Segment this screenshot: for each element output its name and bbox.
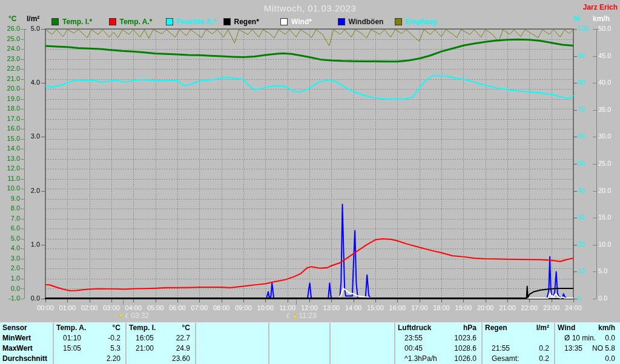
table-row: 23.60 [127,354,195,364]
cell-value: 24.9 [176,343,195,354]
cell-time [269,354,279,364]
table-row [331,354,394,364]
feuchte-swatch-icon [166,18,173,25]
table-column-regen: Regenl/m²21:550.2Gesamt:0.2 [483,323,554,364]
table-row: 21:550.2 [483,343,554,354]
table-row [196,333,268,343]
column-unit [389,323,394,333]
cell-value: 5.3 [110,343,125,354]
cell-value [549,333,554,343]
column-name: Temp. A. [54,323,86,333]
cell-value [263,354,268,364]
table-row-label: MinWert [0,333,53,343]
cell-time [196,354,205,364]
cell-value: -0.2 [108,333,125,343]
cell-time: ^1.3hPa/h [395,354,437,364]
cell-time: 23:55 [395,333,423,343]
cell-value: 2.20 [107,354,125,364]
cell-value: 0.0 [605,354,620,364]
table-row: 16:0522.7 [127,333,195,343]
weather-chart-plot[interactable] [0,0,620,322]
table-row [269,354,329,364]
cell-time [127,354,136,364]
table-row [483,333,554,343]
temp-a-swatch-icon [109,18,116,25]
column-name [196,323,199,333]
table-row: 23:551023.6 [395,333,481,343]
cell-value: 0.2 [539,354,554,364]
cell-time: 01:10 [54,333,81,343]
moon-icon: ☾ [286,313,292,319]
table-row: Ø 10 min.0.0 [555,333,620,343]
table-row: 13:35NO 5.8 [555,343,620,354]
legend-label: Wind* [291,18,312,26]
table-column-luftdruck: LuftdruckhPa23:551023.600:451028.6^1.3hP… [395,323,481,364]
cell-time [269,343,279,354]
cell-value [389,343,394,354]
column-name: Temp. I. [127,323,156,333]
table-column-wind: Windkm/hØ 10 min.0.013:35NO 5.80.0 [555,323,620,364]
column-unit [263,323,268,333]
wind-swatch-icon [280,18,288,25]
watermark-author: Jarz Erich [583,3,618,11]
cell-time: 15:05 [54,343,81,354]
table-row: 2.20 [54,354,125,364]
cell-time: 21:55 [483,343,510,354]
axis-unit-temp: °C [8,15,16,23]
legend-label: Empfang [406,18,437,26]
cell-time: 16:05 [127,333,154,343]
cell-value [325,343,329,354]
weather-day-graph-app: { "header": { "title": "Mittwoch, 01.03.… [0,0,620,364]
legend-item-regen[interactable]: Regen* [223,18,259,25]
legend-item-feuchte[interactable]: Feuchte A.* [166,18,217,25]
table-row [331,333,394,343]
cell-time [555,354,564,364]
table-row: 15:055.3 [54,343,125,354]
table-row: ^1.3hPa/h1026.0 [395,354,481,364]
table-row [331,343,394,354]
moon-set-time: 03:32 [131,311,149,320]
cell-value: 22.7 [176,333,195,343]
legend-item-temp-i[interactable]: Temp. I.* [51,18,92,25]
cell-value [325,333,329,343]
cell-time [331,343,340,354]
moon-set-marker: ▼☾03:32 [118,311,149,320]
cell-value: 0.0 [605,333,620,343]
column-unit: km/h [598,323,620,333]
cell-value: 1026.0 [454,354,481,364]
legend-item-windboeen[interactable]: Windböen [338,18,384,25]
column-name: Luftdruck [395,323,431,333]
table-row: Gesamt:0.2 [483,354,554,364]
cell-value [263,343,268,354]
legend-item-empfang[interactable]: Empfang [395,18,437,25]
column-name: Wind [555,323,575,333]
daily-stats-table: SensorMinWertMaxWertDurchschnittTemp. A.… [0,322,620,364]
cell-time [54,354,63,364]
table-row [269,343,329,354]
table-row-labels: SensorMinWertMaxWertDurchschnitt [0,323,53,364]
cell-time [331,333,340,343]
column-unit: l/m² [536,323,554,333]
cell-time: 00:45 [395,343,423,354]
cell-time [269,333,279,343]
moon-rise-marker: ☾▲11:23 [286,311,317,320]
table-row: 01:10-0.2 [54,333,125,343]
legend-item-temp-a[interactable]: Temp. A.* [109,18,153,25]
table-column-empty [196,323,268,364]
cell-value: 1028.6 [454,343,481,354]
column-name: Regen [483,323,507,333]
legend-label: Temp. I.* [62,18,92,26]
table-row-label: MaxWert [0,343,53,354]
table-row [196,343,268,354]
moon-rise-time: 11:23 [298,311,316,320]
axis-unit-rain: l/m² [27,15,39,23]
column-unit: °C [182,323,195,333]
temp-i-swatch-icon [51,18,59,25]
arrow-down-icon: ▼ [118,313,124,319]
axis-unit-humidity: % [573,15,580,23]
cell-time: Ø 10 min. [555,333,596,343]
cell-value [263,333,268,343]
legend-item-wind[interactable]: Wind* [280,18,312,25]
cell-value: 1023.6 [454,333,481,343]
page-title: Mittwoch, 01.03.2023 [0,3,620,13]
